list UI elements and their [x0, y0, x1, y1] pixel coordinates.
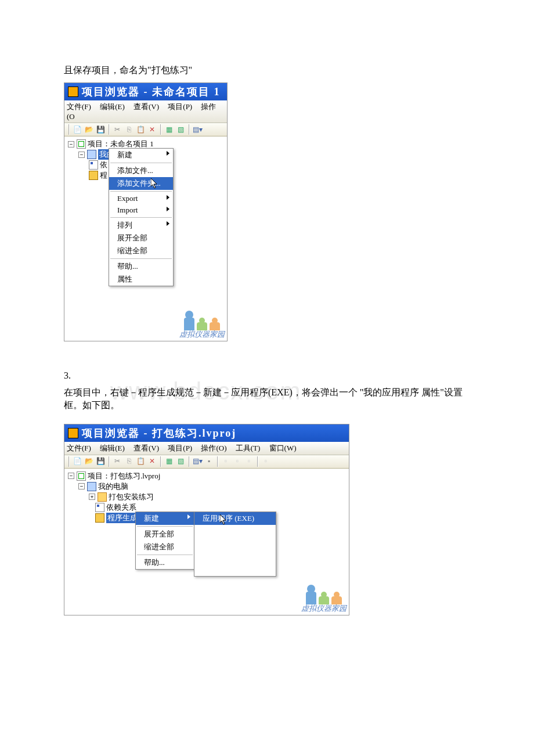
submenu-exe[interactable]: 应用程序 (EXE)	[194, 512, 276, 525]
step3-number: 3.	[64, 369, 470, 382]
menu-operate[interactable]: 操作(O)	[201, 444, 226, 452]
submenu-zip[interactable]: Zip文件	[194, 563, 276, 576]
menu-arrange[interactable]: 排列	[109, 219, 173, 232]
settings-icon[interactable]: ▤▾	[192, 456, 203, 467]
toolbar-2: 📄 📂 💾 ✂ ⎘ 📋 ✕ ▦ ▧ ▤▾ ▪ ▫ ▫ ▫ ▫	[64, 455, 349, 469]
build-icon	[95, 513, 104, 523]
collapse-icon[interactable]: −	[68, 141, 74, 147]
watermark-2: 虚拟仪器家园	[301, 585, 347, 614]
context-menu-1: 新建 添加文件... 添加文件夹... Export Import 排列 展开全…	[109, 148, 174, 286]
dep-label: 依	[100, 160, 107, 170]
watermark-text: 虚拟仪器家园	[179, 329, 225, 340]
menu-view[interactable]: 查看(V)	[134, 444, 159, 452]
save-icon[interactable]: 💾	[95, 124, 106, 135]
menubar-2: 文件(F) 编辑(E) 查看(V) 项目(P) 操作(O) 工具(T) 窗口(W…	[64, 442, 349, 455]
tool-icon2[interactable]: ▧	[175, 124, 186, 135]
dep-label: 依赖关系	[106, 502, 136, 513]
menu-sep	[110, 217, 172, 218]
menu-sep	[110, 163, 172, 163]
step3-paragraph: 在项目中，右键－程序生成规范－新建－应用程序(EXE)，将会弹出一个 "我的应用…	[64, 386, 470, 412]
folder-icon	[98, 492, 107, 502]
menu-add-folder[interactable]: 添加文件夹...	[109, 177, 173, 190]
menu-view[interactable]: 查看(V)	[134, 102, 159, 111]
tool-icon2[interactable]: ▧	[175, 456, 186, 467]
copy-icon[interactable]: ⎘	[124, 124, 134, 135]
more-icon[interactable]: ▪	[204, 456, 214, 467]
expand-icon[interactable]: +	[89, 494, 95, 500]
cut-icon[interactable]: ✂	[112, 456, 122, 467]
computer-icon	[87, 150, 96, 159]
cut-icon[interactable]: ✂	[112, 124, 122, 135]
build-icon	[89, 171, 98, 180]
project-icon	[77, 139, 86, 149]
menu-collapse-all[interactable]: 缩进全部	[109, 244, 173, 257]
paste-icon[interactable]: 📋	[135, 456, 146, 467]
submenu-installer[interactable]: 安装程序	[194, 525, 276, 538]
menu-export[interactable]: Export	[109, 193, 173, 204]
watermark-text: 虚拟仪器家园	[301, 603, 347, 614]
settings-icon[interactable]: ▤▾	[192, 124, 203, 135]
menu-new[interactable]: 新建 应用程序 (EXE) 安装程序 共享库 (DLL) 源代码发布 Zip文件	[136, 512, 194, 525]
menu-help[interactable]: 帮助...	[109, 260, 173, 273]
menu-tools[interactable]: 工具(T)	[236, 444, 261, 452]
screenshot-2: 项目浏览器 - 打包练习.lvproj 文件(F) 编辑(E) 查看(V) 项目…	[64, 424, 349, 615]
menu-sep	[110, 258, 172, 259]
menu-import[interactable]: Import	[109, 204, 173, 216]
tree-computer[interactable]: − 我的电脑	[68, 481, 345, 492]
computer-icon	[87, 482, 96, 491]
menu-edit[interactable]: 编辑(E)	[100, 444, 125, 452]
project-icon	[77, 471, 86, 481]
delete-icon[interactable]: ✕	[147, 456, 157, 467]
menu-file[interactable]: 文件(F)	[67, 444, 91, 452]
tool-icon[interactable]: ▦	[164, 124, 174, 135]
menu-collapse-all[interactable]: 缩进全部	[136, 541, 194, 553]
menu-project[interactable]: 项目(P)	[168, 102, 192, 111]
delete-icon[interactable]: ✕	[147, 124, 157, 135]
dependency-icon	[95, 503, 104, 512]
submenu-arrow-icon	[167, 207, 169, 211]
disabled-icon: ▫	[244, 456, 254, 467]
menu-window[interactable]: 窗口(W)	[269, 444, 297, 452]
menu-edit[interactable]: 编辑(E)	[100, 102, 125, 111]
open-icon[interactable]: 📂	[84, 456, 94, 467]
submenu-arrow-icon	[167, 221, 169, 226]
submenu-source[interactable]: 源代码发布	[194, 550, 276, 563]
submenu-dll[interactable]: 共享库 (DLL)	[194, 538, 276, 550]
toolbar-1: 📄 📂 💾 ✂ ⎘ 📋 ✕ ▦ ▧ ▤▾	[64, 123, 227, 136]
app-icon	[68, 87, 78, 97]
collapse-icon[interactable]: −	[78, 483, 85, 489]
new-icon[interactable]: 📄	[72, 124, 82, 135]
paste-icon[interactable]: 📋	[135, 124, 146, 135]
save-icon[interactable]: 💾	[95, 456, 106, 467]
menu-add-file[interactable]: 添加文件...	[109, 164, 173, 177]
window-titlebar-2: 项目浏览器 - 打包练习.lvproj	[64, 424, 349, 442]
menu-sep	[137, 555, 193, 555]
menu-sep	[110, 191, 172, 192]
submenu-new: 应用程序 (EXE) 安装程序 共享库 (DLL) 源代码发布 Zip文件	[194, 512, 276, 577]
open-icon[interactable]: 📂	[84, 124, 94, 135]
intro-paragraph: 且保存项目，命名为"打包练习"	[64, 64, 470, 77]
watermark-1: 虚拟仪器家园	[179, 311, 225, 340]
document-page: 且保存项目，命名为"打包练习" 项目浏览器 - 未命名项目 1 文件(F) 编辑…	[0, 0, 534, 649]
menu-file[interactable]: 文件(F)	[67, 102, 91, 111]
new-icon[interactable]: 📄	[72, 456, 82, 467]
collapse-icon[interactable]: −	[78, 152, 85, 158]
computer-label: 我的电脑	[98, 481, 128, 492]
window-title: 项目浏览器 - 未命名项目 1	[82, 85, 221, 99]
menu-properties[interactable]: 属性	[109, 273, 173, 286]
screenshot-1: 项目浏览器 - 未命名项目 1 文件(F) 编辑(E) 查看(V) 项目(P) …	[64, 82, 228, 341]
tool-icon[interactable]: ▦	[164, 456, 174, 467]
folder-label: 打包安装练习	[109, 492, 154, 502]
submenu-arrow-icon	[167, 151, 169, 156]
copy-icon[interactable]: ⎘	[124, 456, 134, 467]
submenu-arrow-icon	[167, 195, 169, 200]
tree-folder[interactable]: + 打包安装练习	[68, 492, 345, 502]
collapse-icon[interactable]: −	[68, 473, 74, 479]
menu-help[interactable]: 帮助...	[136, 556, 194, 569]
menu-project[interactable]: 项目(P)	[168, 444, 192, 452]
tree-root[interactable]: − 项目：打包练习.lvproj	[68, 471, 345, 481]
menu-expand-all[interactable]: 展开全部	[136, 528, 194, 541]
menu-expand-all[interactable]: 展开全部	[109, 232, 173, 244]
build-label: 程	[100, 170, 107, 181]
menu-new[interactable]: 新建	[109, 149, 173, 161]
